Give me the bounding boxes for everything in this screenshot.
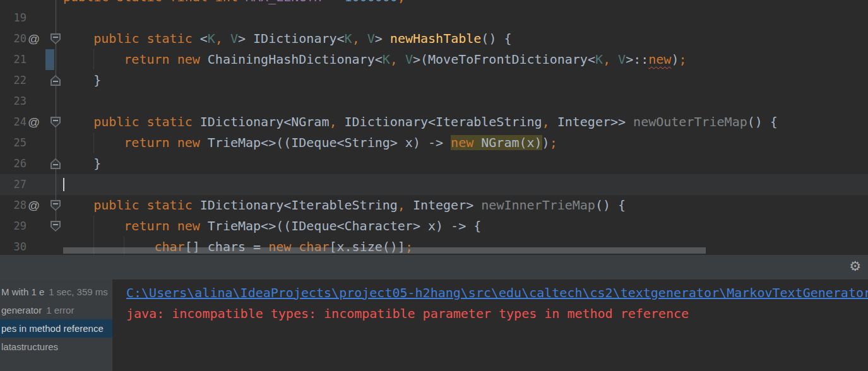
build-output-panel: M with 1 e1 sec, 359 msgenerator1 errorp… [0, 280, 868, 371]
annotation-at-icon[interactable]: @ [28, 28, 40, 49]
annotation-at-icon[interactable]: @ [28, 195, 40, 216]
code-line[interactable]: 28@ public static IDictionary<IterableSt… [0, 195, 868, 216]
code-line[interactable]: 25 return new TrieMap<>((IDeque<String> … [0, 132, 868, 153]
build-console: C:\Users\alina\IdeaProjects\project05-h2… [112, 280, 868, 371]
code-line[interactable]: 23 [0, 91, 868, 112]
code-text: return new TrieMap<>((IDeque<String> x) … [63, 132, 557, 153]
code-line[interactable]: 21 return new ChainingHashDictionary<K, … [0, 49, 868, 70]
fold-marker-icon[interactable] [51, 200, 61, 211]
code-text: public static final int MAX_LENGTH = 100… [63, 0, 405, 8]
line-number[interactable]: 28 [0, 195, 27, 216]
code-line[interactable]: 24@ public static IDictionary<NGram, IDi… [0, 112, 868, 132]
line-number[interactable]: 23 [0, 91, 27, 112]
code-text: return new TrieMap<>((IDeque<Character> … [63, 216, 481, 237]
code-text: public static IDictionary<IterableString… [63, 195, 626, 216]
fold-marker-icon[interactable] [51, 117, 61, 127]
tree-item-label: pes in method reference [1, 323, 104, 334]
annotation-at-icon[interactable]: @ [28, 112, 40, 132]
line-number[interactable]: 29 [0, 216, 27, 237]
code-text: return new ChainingHashDictionary<K, V>(… [63, 49, 686, 70]
line-number[interactable]: 22 [0, 70, 27, 91]
line-number[interactable]: 21 [0, 49, 27, 70]
code-line[interactable]: 26 } [0, 153, 868, 174]
line-number[interactable]: 20 [0, 28, 27, 49]
code-line[interactable]: 20@ public static <K, V> IDictionary<K, … [0, 28, 868, 49]
fold-marker-icon[interactable] [51, 33, 61, 44]
tree-item-meta: 1 sec, 359 ms [49, 286, 107, 297]
gear-icon[interactable]: ⚙ [849, 259, 861, 274]
text-caret [63, 178, 64, 191]
code-text: } [63, 153, 101, 174]
file-path-link[interactable]: C:\Users\alina\IdeaProjects\project05-h2… [126, 285, 868, 300]
code-line[interactable]: 19 [0, 8, 868, 28]
vcs-change-marker [45, 49, 54, 70]
line-number[interactable]: 27 [0, 174, 27, 195]
fold-marker-icon[interactable] [51, 221, 61, 232]
code-text: public static <K, V> IDictionary<K, V> n… [63, 28, 512, 49]
tree-item-label: generator [1, 305, 42, 315]
code-line[interactable]: 29 return new TrieMap<>((IDeque<Characte… [0, 216, 868, 237]
tree-item-label: M with 1 e [1, 286, 44, 297]
console-link-line: C:\Users\alina\IdeaProjects\project05-h2… [126, 283, 868, 303]
line-number[interactable]: 24 [0, 112, 27, 132]
editor-lines: public static final int MAX_LENGTH = 100… [0, 0, 868, 254]
line-number[interactable]: 19 [0, 8, 27, 28]
tree-item-label: latastructures [1, 341, 58, 352]
tree-item-meta: 1 error [46, 305, 74, 315]
error-message: java: incompatible types: incompatible p… [126, 303, 868, 324]
build-tree-item[interactable]: generator1 error [0, 301, 112, 319]
code-line[interactable]: 22 } [0, 70, 868, 91]
build-tree-item[interactable]: latastructures [0, 338, 112, 356]
code-text: } [63, 70, 101, 91]
build-tree-item[interactable]: M with 1 e1 sec, 359 ms [0, 283, 112, 301]
fold-marker-icon[interactable] [51, 75, 61, 86]
indent-guide [93, 216, 94, 237]
build-tree: M with 1 e1 sec, 359 msgenerator1 errorp… [0, 280, 112, 371]
build-tree-item[interactable]: pes in method reference [0, 319, 112, 338]
horizontal-scrollbar[interactable] [63, 247, 706, 254]
line-number[interactable]: 25 [0, 132, 27, 153]
code-line[interactable]: 27 [0, 174, 868, 195]
indent-guide [93, 132, 94, 153]
line-number[interactable]: 26 [0, 153, 27, 174]
code-editor[interactable]: public static final int MAX_LENGTH = 100… [0, 0, 868, 254]
fold-marker-icon[interactable] [51, 158, 61, 169]
code-text: public static IDictionary<NGram, IDictio… [63, 112, 778, 132]
indent-guide [93, 49, 94, 70]
build-panel-toolbar: ⚙ [0, 254, 868, 280]
code-line[interactable]: public static final int MAX_LENGTH = 100… [0, 0, 868, 8]
line-number[interactable]: 30 [0, 237, 27, 254]
